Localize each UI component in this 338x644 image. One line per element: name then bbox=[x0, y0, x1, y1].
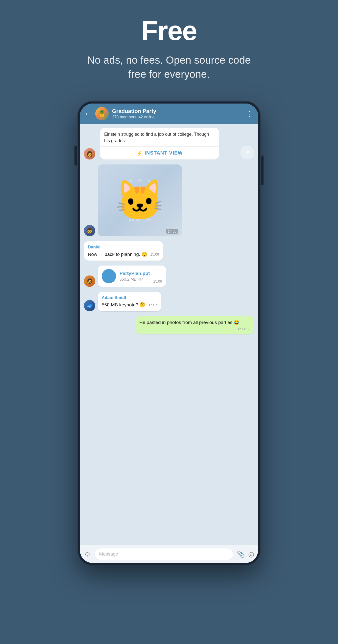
message-input[interactable]: Message bbox=[94, 548, 233, 560]
back-button[interactable]: ← bbox=[84, 110, 91, 118]
iv-preview-text: Einstein struggled to find a job out of … bbox=[100, 128, 219, 146]
file-message-row: 🧔 ↓ PartyPlan.ppt 550.2 MB PPT ⋮ 15:06 bbox=[80, 266, 258, 287]
daniel-sender-name: Daniel bbox=[88, 244, 159, 250]
daniel-message-text: Now — back to planning. 😉 bbox=[88, 252, 147, 257]
phone-shell: ← 🍍 Graduation Party 278 members, 42 onl… bbox=[77, 101, 261, 566]
hero-title: Free bbox=[141, 15, 197, 46]
attach-button[interactable]: 📎 bbox=[237, 550, 245, 558]
lightning-icon: ⚡ bbox=[137, 150, 143, 156]
sticker-time: 14:58 bbox=[166, 229, 178, 234]
adam-message-time: 15:07 bbox=[148, 303, 157, 308]
daniel-message-time: 15:06 bbox=[150, 252, 159, 257]
emoji-button[interactable]: ☺ bbox=[84, 550, 91, 558]
adam-message-bubble: Adam Smidt 550 MB keynote? 🤔 15:07 bbox=[98, 292, 161, 311]
user-avatar-girl: 👩 bbox=[84, 148, 95, 160]
own-message-bubble: He pasted in photos from all previous pa… bbox=[135, 316, 254, 334]
share-button[interactable]: ↗ bbox=[240, 146, 254, 160]
file-message-time: 15:06 bbox=[153, 280, 162, 283]
cat-sticker: 🐱 bbox=[115, 177, 165, 224]
chat-body: 👩 Einstein struggled to find a job out o… bbox=[80, 124, 258, 545]
file-download-button[interactable]: ↓ bbox=[102, 269, 116, 283]
group-info: Graduation Party 278 members, 42 online bbox=[112, 108, 243, 120]
instant-view-card: Einstein struggled to find a job out of … bbox=[100, 128, 219, 159]
iv-button-label: INSTANT VIEW bbox=[145, 150, 183, 156]
chat-header: ← 🍍 Graduation Party 278 members, 42 onl… bbox=[80, 104, 258, 124]
own-message-time: 15:08 bbox=[238, 327, 250, 332]
file-more-icon[interactable]: ⋮ bbox=[153, 269, 159, 276]
adam-message-text: 550 MB keynote? 🤔 bbox=[102, 302, 145, 308]
file-message-bubble: ↓ PartyPlan.ppt 550.2 MB PPT ⋮ 15:06 bbox=[98, 266, 166, 287]
phone-screen: ← 🍍 Graduation Party 278 members, 42 onl… bbox=[80, 104, 258, 563]
file-size: 550.2 MB PPT bbox=[119, 277, 150, 282]
user-avatar-boy3: 🧢 bbox=[84, 300, 95, 311]
daniel-message-row: Daniel Now — back to planning. 😉 15:06 bbox=[80, 241, 258, 260]
camera-button[interactable]: ◎ bbox=[248, 550, 254, 558]
user-avatar-boy1: 👦 bbox=[84, 225, 95, 236]
own-message-row: He pasted in photos from all previous pa… bbox=[80, 316, 258, 334]
daniel-message-bubble: Daniel Now — back to planning. 😉 15:06 bbox=[84, 241, 163, 260]
user-avatar-boy2: 🧔 bbox=[84, 276, 95, 287]
own-message-text: He pasted in photos from all previous pa… bbox=[139, 320, 240, 325]
adam-sender-name: Adam Smidt bbox=[102, 295, 157, 301]
file-name: PartyPlan.ppt bbox=[119, 271, 150, 276]
group-avatar: 🍍 bbox=[95, 107, 109, 120]
sticker-bubble: A = πr² θ V = l³ s P = 2πr A = πr² s = √… bbox=[98, 164, 182, 236]
more-options-button[interactable]: ⋮ bbox=[246, 110, 254, 118]
sticker-message-row: 👦 A = πr² θ V = l³ s P = 2πr A = πr² s =… bbox=[80, 164, 258, 236]
instant-view-button[interactable]: ⚡ INSTANT VIEW bbox=[100, 147, 219, 160]
hero-subtitle: No ads, no fees. Open source code free f… bbox=[82, 53, 256, 81]
message-input-bar: ☺ Message 📎 ◎ bbox=[80, 545, 258, 563]
group-status: 278 members, 42 online bbox=[112, 115, 243, 120]
file-info: PartyPlan.ppt 550.2 MB PPT bbox=[119, 271, 150, 282]
group-name: Graduation Party bbox=[112, 108, 243, 114]
adam-message-row: 🧢 Adam Smidt 550 MB keynote? 🤔 15:07 bbox=[80, 292, 258, 311]
